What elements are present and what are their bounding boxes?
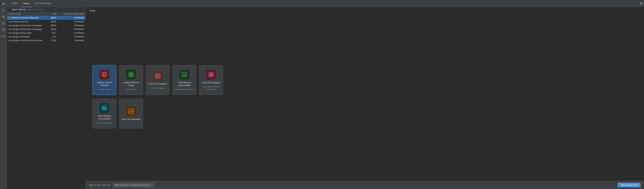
table-row[interactable]: com.android.systemui 29034 Profileable [7, 20, 86, 23]
tab-bar: Profiler Home Past Recordings ⋮ [7, 0, 644, 7]
svg-rect-32 [129, 109, 133, 114]
tab-past-recordings[interactable]: Past Recordings [32, 0, 54, 7]
task-icon-callstack-sample [153, 71, 163, 81]
svg-rect-29 [102, 106, 106, 110]
process-panel: 📱 Pixel 7 API 34 Android 14, API 34 Proc… [7, 7, 86, 189]
tab-profiler[interactable]: Profiler [8, 0, 21, 7]
task-label-heap-dump: Analyze Memory Usage [120, 81, 142, 87]
manifest-cell: Profileable [58, 32, 84, 34]
svg-rect-2 [2, 29, 4, 31]
task-sublabel-system-trace: System Trace [98, 88, 110, 91]
process-icon [8, 17, 10, 19]
content-area: 📱 Pixel 7 API 34 Android 14, API 34 Proc… [7, 7, 644, 189]
tasks-grid: Capture System Activities System Trace A… [92, 65, 223, 129]
pid-cell: 28613 [45, 24, 58, 27]
table-row[interactable]: com.google.android.apps.messaging 28613 … [7, 23, 86, 27]
tab-menu-button[interactable]: ⋮ [634, 1, 638, 6]
start-task-label: Start profiler task from [89, 184, 111, 186]
start-profiler-button[interactable]: Start profiler task [618, 183, 640, 187]
monitor-icon[interactable] [1, 27, 6, 32]
svg-marker-0 [2, 16, 4, 18]
task-label-callstack-sample: Find CPU Hotspots [149, 83, 167, 85]
pid-cell: 27251 [45, 39, 58, 42]
task-card-system-trace[interactable]: Capture System Activities System Trace [92, 65, 116, 95]
task-label-system-trace: Capture System Activities [94, 81, 115, 87]
svg-rect-8 [103, 73, 105, 75]
table-row[interactable]: com.google.android.apps.messaging... 245… [7, 27, 86, 31]
task-card-native-alloc[interactable]: Track Memory Consumption Native Allocati… [92, 99, 116, 129]
process-name-cell: com.google.android.apps.messaging [8, 24, 45, 27]
task-label-java-kotlin-alloc: Track Memory Consumption [174, 81, 195, 87]
svg-point-6 [641, 3, 642, 3]
task-sublabel-java-kotlin-alloc: Java/Kotlin Allocations [175, 88, 194, 91]
task-label-java-kotlin-record: Find CPU Hotspots [202, 81, 220, 84]
task-card-heap-dump[interactable]: Analyze Memory Usage Heap Dump [119, 65, 143, 95]
device-name: Pixel 7 API 34 [12, 8, 25, 11]
pid-cell: 2172 [45, 35, 58, 38]
pid-cell: 28041 [45, 16, 58, 19]
task-card-callstack-sample[interactable]: Find CPU Hotspots Callstack Sample [146, 65, 170, 95]
task-label-live-telemetry: View Live Telemetry [122, 118, 141, 121]
main-panel: Profiler Home Past Recordings ⋮ 📱 Pixel … [7, 0, 644, 189]
svg-rect-7 [102, 72, 106, 76]
task-card-java-kotlin-record[interactable]: Find CPU Hotspots Java/Kotlin Method Rec… [199, 65, 223, 95]
settings2-icon[interactable] [1, 34, 6, 39]
process-name-cell: com.android.systemui [8, 20, 45, 23]
dropdown-value: Now (attaches to selected process) [115, 184, 150, 186]
task-start-dropdown[interactable]: Now (attaches to selected process) ▼ [113, 183, 154, 188]
process-name-cell: com.google.android.gm [8, 35, 45, 38]
manifest-cell: Profileable [58, 39, 84, 42]
device-api: Android 14, API 34 [26, 8, 44, 11]
pid-cell: 2017 [45, 32, 58, 34]
process-name-cell: com.google.android.apps.messaging... [8, 28, 45, 30]
task-sublabel-callstack-sample: Callstack Sample [150, 87, 165, 89]
profiler-icon[interactable] [1, 8, 6, 13]
tasks-panel: Tasks Capture System Activities System T… [86, 7, 644, 189]
star-icon[interactable] [1, 14, 6, 19]
table-header: Process name PID Manifest Configuration [7, 12, 86, 16]
process-name-cell: com.google.android.dialer [8, 32, 45, 34]
col-pid: PID [45, 13, 58, 15]
manifest-cell: Profileable [58, 20, 84, 23]
process-name-cell: android.com.java.profilertester [8, 16, 45, 19]
manifest-cell: Profileable [58, 24, 84, 27]
table-row[interactable]: android.com.java.profilertester 28041 Pr… [7, 16, 86, 20]
svg-rect-31 [104, 108, 106, 109]
svg-point-5 [3, 36, 4, 37]
svg-point-20 [157, 75, 158, 77]
clock-icon[interactable] [1, 21, 6, 26]
hammer-icon[interactable] [1, 1, 6, 6]
manifest-cell: Profileable [58, 16, 84, 19]
bottom-bar: Start profiler task from Now (attaches t… [86, 181, 644, 189]
task-icon-heap-dump [126, 70, 136, 79]
table-row[interactable]: com.google.android.dialer 2017 Profileab… [7, 31, 86, 35]
manifest-cell: Profileable [58, 28, 84, 30]
process-table: android.com.java.profilertester 28041 Pr… [7, 16, 86, 189]
manifest-cell: Profileable [58, 35, 84, 38]
task-icon-live-telemetry [126, 106, 136, 116]
device-icon: 📱 [8, 8, 11, 11]
col-manifest: Manifest Configuration [58, 13, 84, 15]
table-row[interactable]: com.google.android.gm 2172 Profileable [7, 35, 86, 39]
settings-icon[interactable] [640, 2, 643, 5]
device-row: 📱 Pixel 7 API 34 Android 14, API 34 [7, 7, 86, 12]
col-process-name: Process name [8, 13, 45, 15]
task-sublabel-heap-dump: Heap Dump [126, 88, 136, 91]
task-card-live-telemetry[interactable]: View Live Telemetry [119, 99, 143, 129]
chevron-down-icon: ▼ [151, 184, 152, 186]
tasks-grid-area: Capture System Activities System Trace A… [86, 14, 644, 181]
task-icon-java-kotlin-record [206, 70, 216, 80]
table-row[interactable]: com.google.android.inputmethod.latin 272… [7, 39, 86, 42]
task-icon-system-trace [100, 70, 109, 79]
tasks-header: Tasks [86, 7, 644, 14]
tab-home[interactable]: Home [21, 0, 32, 7]
task-sublabel-java-kotlin-record: Java/Kotlin Method Recording [201, 86, 222, 90]
process-name-cell: com.google.android.inputmethod.latin [8, 39, 45, 42]
task-icon-java-kotlin-alloc [180, 70, 190, 79]
pid-cell: 29034 [45, 20, 58, 23]
task-card-java-kotlin-alloc[interactable]: Track Memory Consumption Java/Kotlin All… [172, 65, 196, 95]
pid-cell: 24501 [45, 28, 58, 30]
task-label-native-alloc: Track Memory Consumption [94, 115, 115, 120]
task-icon-native-alloc [100, 103, 109, 113]
sidebar [0, 0, 7, 189]
